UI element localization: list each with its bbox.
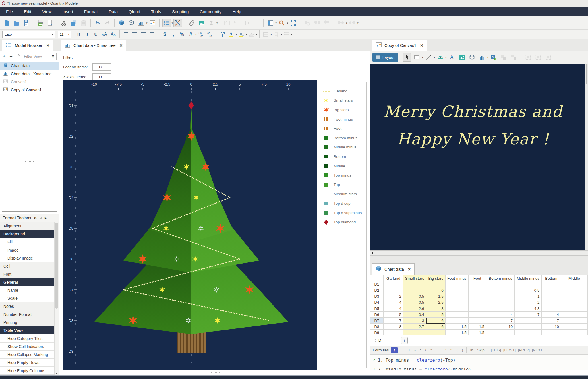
chevron-down-icon[interactable]: ▾: [487, 56, 489, 59]
cell-d3-0[interactable]: -2: [384, 293, 403, 299]
cell-d8-4[interactable]: 1,5: [468, 324, 486, 330]
column-header-bottom[interactable]: Bottom: [541, 275, 561, 281]
decimal-add-icon[interactable]: +.0.00: [197, 31, 205, 38]
cell-d4-2[interactable]: -2,5: [426, 299, 445, 305]
cell-d2-5[interactable]: [486, 287, 515, 293]
cell-d7-6[interactable]: [514, 318, 541, 324]
list-view-icon[interactable]: [162, 19, 171, 27]
grid-check-icon[interactable]: [223, 19, 231, 27]
image-icon[interactable]: [197, 19, 206, 27]
chevron-down-icon[interactable]: ▾: [357, 22, 359, 24]
print-preview-icon[interactable]: [46, 19, 54, 27]
cell-d2-2[interactable]: 0: [426, 287, 445, 293]
formula-op[interactable]: +: [406, 348, 413, 352]
row-header-d4[interactable]: D4: [370, 299, 384, 305]
fill-color-icon[interactable]: [237, 31, 245, 38]
grid-x-icon[interactable]: [233, 19, 241, 27]
legend-item-big-stars[interactable]: Big stars: [319, 105, 366, 115]
gridlines-icon[interactable]: [272, 31, 280, 38]
formula-op[interactable]: In: [468, 348, 475, 352]
formula-op[interactable]: -: [412, 348, 417, 352]
close-icon[interactable]: ✕: [119, 43, 123, 48]
format-toolbox-item-general[interactable]: General: [0, 278, 54, 286]
cell-d8-3[interactable]: -1,5: [445, 324, 468, 330]
add-model-item-button[interactable]: +: [2, 53, 6, 59]
cell-d5-2[interactable]: 3: [426, 305, 445, 312]
chevron-down-icon[interactable]: ▾: [256, 33, 258, 36]
format-toolbox-item-table-view[interactable]: Table View: [0, 326, 54, 334]
cell-d1-0[interactable]: [384, 281, 403, 287]
greeting-canvas[interactable]: Merry Christmas and Happy New Year !: [370, 64, 588, 250]
cell-d5-6[interactable]: -4,3: [514, 305, 541, 312]
cell-d6-3[interactable]: [445, 312, 468, 318]
font-name-select[interactable]: Lato▾: [2, 31, 55, 38]
italic-icon[interactable]: I: [84, 31, 91, 38]
cell-d8-6[interactable]: [514, 324, 541, 330]
cell-d1-4[interactable]: [468, 281, 486, 287]
cell-d9-3[interactable]: -1,5: [445, 330, 468, 335]
formula-op[interactable]: =: [400, 348, 406, 352]
cell-d1-2[interactable]: [426, 281, 445, 287]
format-toolbox-item-hide-collapse-marking[interactable]: Hide Collapse Marking: [0, 351, 54, 359]
format-toolbox-item-cell[interactable]: Cell: [0, 262, 54, 270]
format-toolbox-item-printing[interactable]: Printing: [0, 318, 54, 326]
chevron-down-icon[interactable]: ▾: [422, 56, 423, 59]
import-cube-icon[interactable]: [348, 19, 356, 27]
function-icon[interactable]: f: [391, 347, 398, 353]
format-toolbox-item-font[interactable]: Font: [0, 270, 54, 278]
cell-d9-6[interactable]: [514, 330, 541, 335]
cell-d8-2[interactable]: -6: [426, 324, 445, 330]
format-toolbox-item-background[interactable]: Background: [0, 230, 54, 238]
list-format-icon[interactable]: [283, 31, 290, 38]
formula-op[interactable]: ^: [428, 348, 434, 352]
cell-d3-2[interactable]: 1,5: [426, 293, 445, 299]
formula-op[interactable]: :: [443, 348, 448, 352]
align-right-icon[interactable]: [140, 31, 147, 38]
bold-icon[interactable]: B: [75, 31, 82, 38]
cell-d4-8[interactable]: [561, 299, 587, 305]
cell-d8-0[interactable]: 8: [384, 324, 403, 330]
legend-item-top-diamond[interactable]: Top diamond: [319, 217, 366, 227]
cell-d4-0[interactable]: 4: [384, 299, 403, 305]
formula-op[interactable]: Skip: [475, 348, 486, 352]
forward-arrow-icon[interactable]: ▶: [45, 216, 47, 220]
filter-views-input[interactable]: Filter View ✕: [16, 53, 57, 60]
column-header-garland[interactable]: Garland: [384, 275, 403, 281]
cell-d3-5[interactable]: [486, 293, 515, 299]
row-header-d2[interactable]: D2: [370, 287, 384, 293]
new-file-icon[interactable]: [2, 19, 11, 27]
cell-d1-3[interactable]: [445, 281, 468, 287]
canvas-icon[interactable]: [148, 19, 157, 27]
link-icon[interactable]: [187, 19, 196, 27]
cell-d8-5[interactable]: -10: [486, 324, 515, 330]
cell-d7-3[interactable]: [445, 318, 468, 324]
sigma-icon[interactable]: Σ: [207, 19, 216, 27]
cell-d3-8[interactable]: [561, 293, 587, 299]
shape-rect-icon[interactable]: [413, 53, 421, 62]
xaxis-items-chip[interactable]: D: [92, 73, 111, 80]
scroll-left-button[interactable]: [370, 251, 375, 255]
comma-icon[interactable]: ,: [170, 31, 177, 38]
menu-icon[interactable]: ☰: [51, 216, 54, 220]
font-color-icon[interactable]: A: [227, 31, 235, 38]
cell-d6-0[interactable]: 5: [384, 312, 403, 318]
menu-scripting[interactable]: Scripting: [167, 7, 194, 16]
export-cube-icon[interactable]: [336, 19, 345, 27]
legend-items-chip[interactable]: C: [92, 63, 111, 71]
remove-model-item-button[interactable]: −: [9, 53, 13, 59]
cell-d8-1[interactable]: 2,7: [403, 324, 426, 330]
cell-d9-7[interactable]: [541, 330, 561, 335]
cell-d1-6[interactable]: [514, 281, 541, 287]
align-objects-3-icon[interactable]: [544, 53, 553, 62]
legend-item-top-minus[interactable]: Top minus: [319, 171, 366, 180]
cell-d5-7[interactable]: [541, 305, 561, 312]
align-center-icon[interactable]: [131, 31, 138, 38]
format-toolbox-item-show-cell-indicators[interactable]: Show Cell Indicators: [0, 343, 54, 351]
cell-d2-3[interactable]: [445, 287, 468, 293]
split-left-icon[interactable]: [252, 19, 261, 27]
chart-bottom-splitter[interactable]: [59, 370, 370, 375]
cell-d4-3[interactable]: [445, 299, 468, 305]
layout-button[interactable]: Layout: [372, 53, 398, 62]
formula-nav-this[interactable]: [THIS]: [490, 348, 502, 352]
shape-line-icon[interactable]: [424, 53, 433, 62]
